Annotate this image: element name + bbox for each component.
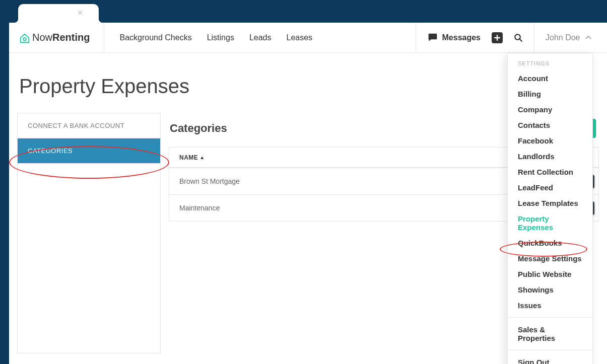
menu-message-settings[interactable]: Message Settings <box>508 251 592 266</box>
logo-icon <box>19 33 29 43</box>
logo-area[interactable]: NowRenting <box>9 23 104 52</box>
menu-contacts[interactable]: Contacts <box>508 117 592 133</box>
menu-divider <box>508 350 592 350</box>
nav-background-checks[interactable]: Background Checks <box>119 33 191 42</box>
nav-listings[interactable]: Listings <box>207 33 234 42</box>
menu-sign-out[interactable]: Sign Out <box>508 354 592 364</box>
menu-rent-collection[interactable]: Rent Collection <box>508 164 592 180</box>
chevron-up-icon <box>585 36 591 40</box>
menu-lease-templates[interactable]: Lease Templates <box>508 195 592 211</box>
browser-tab[interactable]: × <box>18 4 99 23</box>
messages-button[interactable]: Messages <box>427 33 481 43</box>
user-menu-toggle[interactable]: John Doe <box>534 23 607 52</box>
svg-point-0 <box>23 38 26 41</box>
menu-showings[interactable]: Showings <box>508 282 592 298</box>
menu-issues[interactable]: Issues <box>508 298 592 313</box>
menu-landlords[interactable]: Landlords <box>508 149 592 164</box>
nav-leads[interactable]: Leads <box>249 33 272 42</box>
settings-sidebar: CONNECT A BANK ACCOUNT CATEGORIES <box>17 113 161 353</box>
menu-company[interactable]: Company <box>508 102 592 117</box>
panel-title: Categories <box>170 122 227 135</box>
sidebar-item-connect-bank[interactable]: CONNECT A BANK ACCOUNT <box>18 113 160 138</box>
menu-public-website[interactable]: Public Website <box>508 266 592 282</box>
sidebar-item-categories[interactable]: CATEGORIES <box>18 138 160 164</box>
app-window: NowRenting Background Checks Listings Le… <box>9 23 607 364</box>
messages-label: Messages <box>442 33 481 42</box>
menu-sales-properties[interactable]: Sales & Properties <box>508 322 592 346</box>
menu-billing[interactable]: Billing <box>508 86 592 102</box>
top-nav: NowRenting Background Checks Listings Le… <box>9 23 607 53</box>
user-name: John Doe <box>546 33 580 42</box>
add-new-button[interactable] <box>492 32 503 43</box>
browser-frame: × NowRenting Background Checks Listing <box>9 0 607 364</box>
search-button[interactable] <box>514 33 523 42</box>
logo-text: NowRenting <box>32 32 90 43</box>
sort-ascending-icon: ▲ <box>199 155 205 160</box>
nav-links: Background Checks Listings Leads Leases <box>104 23 416 52</box>
menu-facebook[interactable]: Facebook <box>508 133 592 149</box>
menu-account[interactable]: Account <box>508 70 592 86</box>
nav-actions: Messages <box>416 23 534 52</box>
menu-property-expenses[interactable]: Property Expenses <box>508 211 592 235</box>
category-name: Brown St Mortgage <box>179 177 240 185</box>
message-icon <box>427 33 438 43</box>
browser-tab-bar: × <box>9 0 607 23</box>
menu-quickbooks[interactable]: QuickBooks <box>508 235 592 251</box>
nav-leases[interactable]: Leases <box>286 33 312 42</box>
tab-close-icon[interactable]: × <box>78 10 84 16</box>
menu-leadfeed[interactable]: LeadFeed <box>508 180 592 195</box>
category-name: Maintenance <box>179 204 220 212</box>
menu-section-label: SETTINGS <box>508 53 592 70</box>
user-dropdown-menu: SETTINGS Account Billing Company Contact… <box>507 53 593 364</box>
menu-divider <box>508 317 592 318</box>
